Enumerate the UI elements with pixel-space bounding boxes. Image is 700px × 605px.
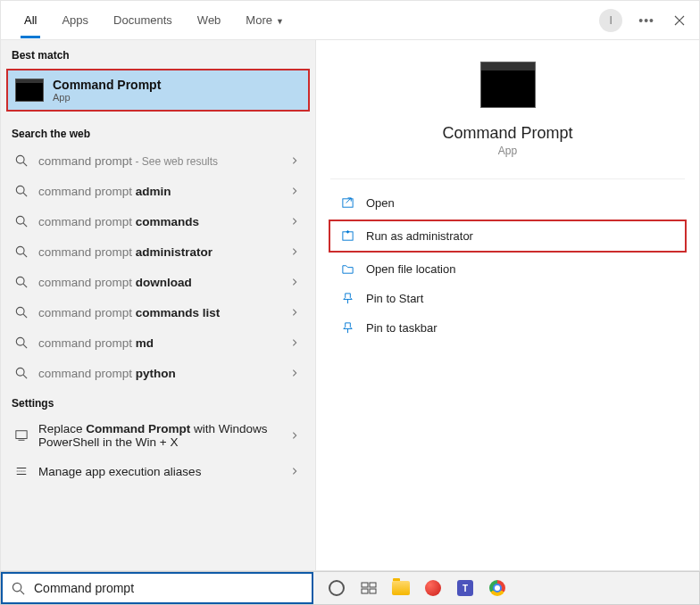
svg-rect-26 [370, 583, 376, 587]
search-icon [13, 215, 29, 228]
chevron-right-icon [290, 244, 306, 260]
svg-line-11 [23, 314, 27, 318]
chrome-icon[interactable] [487, 577, 508, 599]
search-icon [13, 276, 29, 288]
web-result-item[interactable]: command prompt commands [1, 206, 315, 236]
search-icon [13, 154, 29, 167]
web-result-item[interactable]: command prompt download [1, 267, 315, 297]
settings-item-label: Replace Command Prompt with Windows Powe… [38, 422, 290, 449]
results-panel: Best match Command Prompt App Search the… [1, 40, 316, 570]
settings-item[interactable]: Replace Command Prompt with Windows Powe… [1, 415, 315, 456]
svg-point-4 [16, 216, 24, 224]
action-label: Run as administrator [366, 229, 473, 243]
body: Best match Command Prompt App Search the… [1, 40, 699, 570]
svg-line-13 [23, 344, 27, 348]
chevron-right-icon [290, 365, 306, 381]
preview-title: Command Prompt [442, 124, 572, 143]
web-result-item[interactable]: command prompt - See web results [1, 145, 315, 176]
settings-header: Settings [1, 388, 315, 415]
web-result-text: command prompt commands [38, 215, 290, 228]
web-result-text: command prompt commands list [38, 306, 290, 319]
search-window: All Apps Documents Web More▼ I ••• Best … [0, 0, 700, 571]
user-avatar[interactable]: I [599, 9, 622, 32]
preview-actions: OpenRun as administratorOpen file locati… [330, 178, 685, 343]
tab-more[interactable]: More▼ [233, 3, 296, 37]
svg-rect-25 [362, 583, 368, 587]
web-result-text: command prompt download [38, 276, 290, 289]
best-match-subtitle: App [53, 92, 301, 103]
search-icon [13, 185, 29, 197]
chevron-right-icon [290, 213, 306, 229]
action-pin-taskbar[interactable]: Pin to taskbar [330, 313, 685, 343]
action-admin[interactable]: Run as administrator [329, 220, 687, 253]
web-results-list: command prompt - See web resultscommand … [1, 145, 315, 388]
filter-tabs: All Apps Documents Web More▼ [12, 3, 599, 37]
search-icon [12, 582, 25, 595]
action-label: Open [366, 196, 395, 210]
action-pin-start[interactable]: Pin to Start [330, 284, 685, 313]
svg-rect-28 [370, 589, 376, 593]
teams-icon[interactable]: T [454, 577, 476, 599]
svg-line-1 [23, 162, 27, 166]
tab-all[interactable]: All [12, 3, 49, 37]
close-icon [674, 15, 685, 26]
pin-taskbar-icon [338, 321, 357, 335]
close-button[interactable] [671, 12, 688, 29]
chevron-right-icon [290, 183, 306, 199]
preview-subtitle: App [498, 145, 517, 157]
best-match-header: Best match [1, 40, 315, 67]
chevron-right-icon [290, 274, 306, 290]
file-explorer-icon[interactable] [390, 577, 412, 599]
chevron-right-icon [290, 335, 306, 351]
taskbar: T [313, 572, 699, 604]
svg-line-3 [23, 193, 27, 196]
tab-documents[interactable]: Documents [101, 3, 185, 37]
pin-start-icon [338, 292, 357, 305]
search-icon [13, 367, 29, 379]
chevron-right-icon [290, 463, 306, 479]
settings-item[interactable]: Manage app execution aliases [1, 456, 315, 486]
admin-icon [338, 229, 357, 243]
web-result-item[interactable]: command prompt md [1, 327, 315, 358]
best-match-text: Command Prompt App [53, 78, 301, 103]
svg-point-0 [16, 155, 24, 163]
action-label: Pin to Start [366, 292, 423, 305]
action-open[interactable]: Open [330, 188, 685, 218]
web-result-item[interactable]: command prompt administrator [1, 236, 315, 267]
folder-icon [338, 262, 357, 276]
settings-list: Replace Command Prompt with Windows Powe… [1, 415, 315, 486]
best-match-item[interactable]: Command Prompt App [6, 69, 310, 112]
svg-point-14 [16, 368, 24, 376]
web-result-text: command prompt python [38, 367, 290, 380]
svg-point-6 [16, 246, 24, 254]
web-result-text: command prompt md [38, 336, 290, 350]
tab-apps[interactable]: Apps [49, 3, 101, 37]
action-folder[interactable]: Open file location [330, 254, 685, 284]
task-view-icon[interactable] [358, 577, 379, 599]
svg-rect-27 [362, 589, 368, 593]
svg-line-15 [23, 375, 27, 378]
chevron-down-icon: ▼ [276, 17, 284, 26]
web-result-item[interactable]: command prompt python [1, 358, 315, 388]
footer: T [0, 571, 700, 605]
svg-point-23 [12, 583, 21, 591]
search-icon [13, 245, 29, 258]
svg-line-9 [23, 284, 27, 287]
preview-panel: Command Prompt App OpenRun as administra… [316, 40, 699, 570]
more-options-icon[interactable]: ••• [638, 13, 654, 28]
best-match-title: Command Prompt [53, 78, 301, 92]
svg-line-7 [23, 253, 27, 257]
settings-item-label: Manage app execution aliases [38, 465, 290, 478]
cortana-icon[interactable] [326, 577, 347, 599]
web-result-item[interactable]: command prompt commands list [1, 297, 315, 327]
search-box[interactable] [1, 572, 313, 604]
svg-point-12 [16, 337, 24, 345]
search-web-header: Search the web [1, 119, 315, 145]
search-input[interactable] [34, 581, 303, 595]
tab-web[interactable]: Web [185, 3, 234, 37]
web-result-item[interactable]: command prompt admin [1, 176, 315, 206]
header-right: I ••• [599, 9, 688, 32]
command-prompt-icon [15, 79, 44, 102]
search-icon [13, 306, 29, 319]
opera-icon[interactable] [422, 577, 444, 599]
